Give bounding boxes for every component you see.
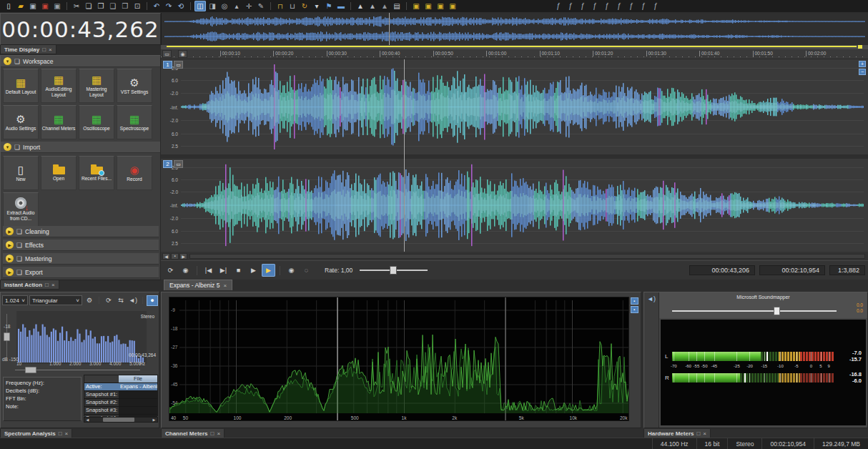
scrub-button[interactable]: ◌ bbox=[300, 264, 313, 277]
snap-grid-icon[interactable]: ⊔ bbox=[287, 1, 298, 11]
save-all-icon[interactable]: ▣ bbox=[51, 1, 63, 11]
close-icon[interactable]: × bbox=[65, 430, 69, 437]
rate-slider[interactable] bbox=[360, 265, 428, 275]
waveform-channel-1[interactable] bbox=[181, 64, 864, 150]
repeat-icon[interactable]: ⟲ bbox=[175, 1, 187, 11]
loop-playback-button[interactable]: ⟳ bbox=[164, 264, 177, 277]
expand-icon[interactable]: ▶ bbox=[6, 268, 14, 276]
region-insert-icon[interactable]: ▬ bbox=[335, 1, 347, 11]
workspace-button-audioediting-layout[interactable]: ▦AudioEditing Layout bbox=[41, 69, 77, 103]
workspace-button-audio-settings[interactable]: ⚙Audio Settings bbox=[3, 105, 39, 139]
close-icon[interactable]: × bbox=[223, 282, 227, 289]
script-tool-3-icon[interactable]: ƒ bbox=[577, 1, 588, 11]
rate-slider-handle[interactable] bbox=[390, 266, 397, 275]
workspace-section-header[interactable]: ▼ ❏ Workspace bbox=[1, 56, 160, 67]
sync-channels-icon[interactable]: ⇆ bbox=[115, 295, 127, 306]
ruler-speaker-icon[interactable]: ◉ bbox=[178, 50, 187, 58]
monitor-speaker-icon[interactable]: ◄) bbox=[127, 295, 139, 306]
play-normal-button[interactable]: ▶ bbox=[247, 264, 260, 277]
float-icon[interactable]: □ bbox=[59, 430, 62, 437]
edit-cursor[interactable] bbox=[404, 59, 405, 252]
workspace-button-mastering-layout[interactable]: ▦Mastering Layout bbox=[79, 69, 114, 103]
overview-cursor[interactable] bbox=[389, 13, 390, 45]
scroll-right-icon[interactable]: ▶ bbox=[151, 418, 157, 422]
import-button-extract-audio-from-cd-[interactable]: ↓Extract Audio from CD... bbox=[3, 192, 39, 227]
channel-1[interactable]: 2.56.0-2.0-Inf.-2.06.02.51▭ bbox=[161, 59, 868, 154]
copy-icon[interactable]: ❏ bbox=[83, 1, 94, 11]
channel-options-icon[interactable]: ▭ bbox=[174, 160, 183, 168]
script-tool-4-icon[interactable]: ƒ bbox=[589, 1, 601, 11]
marker-insert-icon[interactable]: ▾ bbox=[311, 1, 322, 11]
float-icon[interactable]: □ bbox=[696, 430, 700, 437]
paste-to-new-icon[interactable]: ❒ bbox=[119, 1, 131, 11]
scroll-right-icon[interactable]: ▶ bbox=[179, 253, 187, 260]
script-tool-1-icon[interactable]: ƒ bbox=[553, 1, 564, 11]
time-ruler[interactable]: ▭ ◉ 00:00:1000:00:2000:00:3000:00:4000:0… bbox=[161, 49, 868, 59]
refresh-icon[interactable]: ⟳ bbox=[103, 295, 114, 306]
settings-gear-icon[interactable]: ⚙ bbox=[84, 295, 95, 306]
statistics-c-icon[interactable]: ▲ bbox=[379, 1, 390, 11]
float-icon[interactable]: □ bbox=[211, 430, 214, 437]
edit-tool-icon[interactable]: ▴ bbox=[231, 1, 242, 11]
meter-option-icon[interactable]: ▪ bbox=[631, 297, 638, 305]
output-gain-slider[interactable] bbox=[672, 307, 837, 315]
workspace-button-default-layout[interactable]: ▦Default Layout bbox=[3, 69, 39, 103]
table-row[interactable]: Active:Expans - Albeniz bbox=[84, 383, 157, 391]
hold-peaks-icon[interactable]: ● bbox=[147, 295, 158, 306]
play-plugin-chain-button[interactable]: ▶ bbox=[262, 264, 275, 277]
channel-number-badge[interactable]: 2 bbox=[163, 160, 172, 168]
loop-region-icon[interactable]: ↻ bbox=[299, 1, 310, 11]
new-file-icon[interactable]: ▯ bbox=[3, 1, 14, 11]
import-button-recent-files-[interactable]: Recent Files... bbox=[79, 156, 114, 190]
waveform-hscrollbar[interactable]: ◀ ▪ ▶ bbox=[161, 252, 868, 260]
scroll-box-icon[interactable]: ▪ bbox=[171, 253, 179, 260]
paste-icon[interactable]: ❐ bbox=[95, 1, 107, 11]
zoom-in-icon[interactable]: + bbox=[859, 61, 866, 67]
undo-icon[interactable]: ↶ bbox=[151, 1, 162, 11]
script-tool-5-icon[interactable]: ƒ bbox=[601, 1, 613, 11]
time-display-tab[interactable]: Time Display □ × bbox=[0, 45, 56, 54]
import-button-record[interactable]: ◉Record bbox=[117, 156, 152, 190]
paste-special-icon[interactable]: ❑ bbox=[107, 1, 119, 11]
cd-track-icon[interactable]: ▣ bbox=[410, 1, 422, 11]
float-icon[interactable]: □ bbox=[42, 46, 46, 53]
go-to-end-button[interactable]: ▶| bbox=[217, 264, 230, 277]
waveform-display-icon[interactable]: ◫ bbox=[194, 1, 206, 11]
close-icon[interactable]: × bbox=[49, 46, 52, 53]
monitor-button[interactable]: ◉ bbox=[285, 264, 298, 277]
magnify-tool-icon[interactable]: ◎ bbox=[219, 1, 230, 11]
ruler-lock-icon[interactable]: ▭ bbox=[162, 50, 172, 58]
cd-burn-icon[interactable]: ▣ bbox=[435, 1, 446, 11]
workspace-button-vst-settings[interactable]: ⚙VST Settings bbox=[117, 69, 152, 103]
window-type-select[interactable]: Triangular ˅ bbox=[29, 295, 82, 305]
spectrum-vertical-slider[interactable] bbox=[4, 314, 10, 361]
open-folder-icon[interactable]: ▰ bbox=[15, 1, 26, 11]
stop-button[interactable]: ■ bbox=[232, 264, 245, 277]
import-section-header[interactable]: ▼ ❏ Import bbox=[1, 142, 160, 153]
script-tool-8-icon[interactable]: ƒ bbox=[638, 1, 649, 11]
waveform-overview[interactable] bbox=[161, 13, 868, 45]
table-row[interactable]: Snapshot #1: bbox=[84, 391, 157, 399]
section-header-cleaning[interactable]: ▶❏Cleaning bbox=[3, 226, 159, 237]
save-as-icon[interactable]: ▣ bbox=[39, 1, 51, 11]
statistics-b-icon[interactable]: ▲ bbox=[367, 1, 378, 11]
instant-action-tab[interactable]: Instant Action □ × bbox=[0, 280, 59, 290]
float-icon[interactable]: □ bbox=[45, 282, 49, 288]
section-header-export[interactable]: ▶❏Export bbox=[3, 267, 159, 278]
section-header-effects[interactable]: ▶❏Effects bbox=[3, 240, 159, 251]
script-tool-7-icon[interactable]: ƒ bbox=[626, 1, 637, 11]
expand-icon[interactable]: ▶ bbox=[6, 255, 14, 262]
cd-write-icon[interactable]: ▣ bbox=[447, 1, 458, 11]
spectral-display-icon[interactable]: ◨ bbox=[207, 1, 218, 11]
cd-index-icon[interactable]: ▣ bbox=[423, 1, 434, 11]
zoom-out-icon[interactable]: − bbox=[859, 69, 866, 75]
close-icon[interactable]: × bbox=[217, 430, 220, 437]
pencil-tool-icon[interactable]: ✎ bbox=[255, 1, 267, 11]
redo-icon[interactable]: ↷ bbox=[163, 1, 174, 11]
section-header-mastering[interactable]: ▶❏Mastering bbox=[3, 253, 159, 265]
fft-size-select[interactable]: 1.024 ˅ bbox=[2, 295, 28, 305]
playlist-icon[interactable]: ▤ bbox=[391, 1, 403, 11]
playback-options-button[interactable]: ◉ bbox=[179, 264, 192, 277]
scroll-left-icon[interactable]: ◀ bbox=[162, 253, 170, 260]
script-tool-9-icon[interactable]: ƒ bbox=[650, 1, 661, 11]
